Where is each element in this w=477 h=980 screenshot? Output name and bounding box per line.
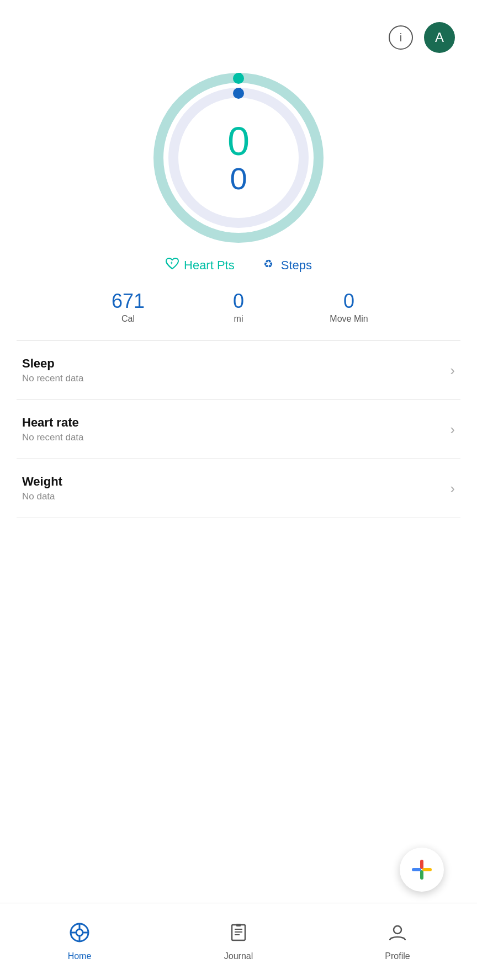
heart-rate-item[interactable]: Heart rate No recent data › xyxy=(0,400,477,459)
profile-icon xyxy=(388,923,407,947)
mi-stat: 0 mi xyxy=(183,290,294,324)
heart-rate-chevron-icon: › xyxy=(450,421,455,438)
ring-center-values: 0 0 xyxy=(227,121,250,194)
activity-ring: 0 0 xyxy=(150,70,327,246)
weight-chevron-icon: › xyxy=(450,480,455,497)
cal-label: Cal xyxy=(73,314,183,324)
steps-legend[interactable]: ♻ Steps xyxy=(262,257,312,273)
profile-label: Profile xyxy=(385,951,410,961)
mi-value: 0 xyxy=(183,290,294,313)
steps-icon: ♻ xyxy=(262,257,277,273)
journal-label: Journal xyxy=(224,951,253,961)
home-icon xyxy=(70,923,89,947)
heart-pts-icon: + xyxy=(165,257,179,273)
home-label: Home xyxy=(68,951,92,961)
weight-subtitle: No data xyxy=(22,491,62,502)
info-icon: i xyxy=(400,31,402,44)
plus-icon xyxy=(411,859,433,881)
sleep-title: Sleep xyxy=(22,356,84,371)
heart-pts-value: 0 xyxy=(227,121,250,161)
nav-profile[interactable]: Profile xyxy=(318,914,477,970)
heart-rate-title: Heart rate xyxy=(22,416,84,430)
journal-icon xyxy=(229,923,248,947)
steps-value: 0 xyxy=(230,163,247,194)
heart-rate-subtitle: No recent data xyxy=(22,432,84,443)
heart-pts-label: Heart Pts xyxy=(184,258,235,273)
move-min-stat: 0 Move Min xyxy=(294,290,404,324)
sleep-subtitle: No recent data xyxy=(22,373,84,384)
weight-title: Weight xyxy=(22,475,62,489)
nav-journal[interactable]: Journal xyxy=(159,914,318,970)
nav-home[interactable]: Home xyxy=(0,914,159,970)
sleep-chevron-icon: › xyxy=(450,362,455,379)
svg-text:+: + xyxy=(170,260,173,266)
svg-point-23 xyxy=(394,926,401,934)
svg-text:♻: ♻ xyxy=(263,258,273,270)
move-min-label: Move Min xyxy=(294,314,404,324)
avatar[interactable]: A xyxy=(424,22,455,53)
sleep-item[interactable]: Sleep No recent data › xyxy=(0,341,477,400)
stats-row: 671 Cal 0 mi 0 Move Min xyxy=(0,290,477,324)
ring-legend: + Heart Pts ♻ Steps xyxy=(0,257,477,273)
add-fab[interactable] xyxy=(400,848,444,892)
heart-pts-legend[interactable]: + Heart Pts xyxy=(165,257,235,273)
svg-rect-10 xyxy=(412,868,421,871)
mi-label: mi xyxy=(183,314,294,324)
svg-rect-22 xyxy=(236,924,241,926)
activity-ring-container: 0 0 xyxy=(0,70,477,246)
bottom-navigation: Home Journal Profile xyxy=(0,903,477,980)
cal-stat: 671 Cal xyxy=(73,290,183,324)
svg-rect-9 xyxy=(420,870,423,880)
header: i A xyxy=(0,0,477,58)
svg-point-2 xyxy=(233,73,244,84)
move-min-value: 0 xyxy=(294,290,404,313)
steps-label: Steps xyxy=(281,258,312,273)
svg-rect-8 xyxy=(420,860,423,869)
cal-value: 671 xyxy=(73,290,183,313)
info-button[interactable]: i xyxy=(389,25,413,50)
weight-item[interactable]: Weight No data › xyxy=(0,459,477,518)
svg-point-13 xyxy=(76,929,83,936)
divider-weight xyxy=(17,518,460,518)
svg-rect-11 xyxy=(422,868,432,871)
svg-point-5 xyxy=(233,88,244,99)
